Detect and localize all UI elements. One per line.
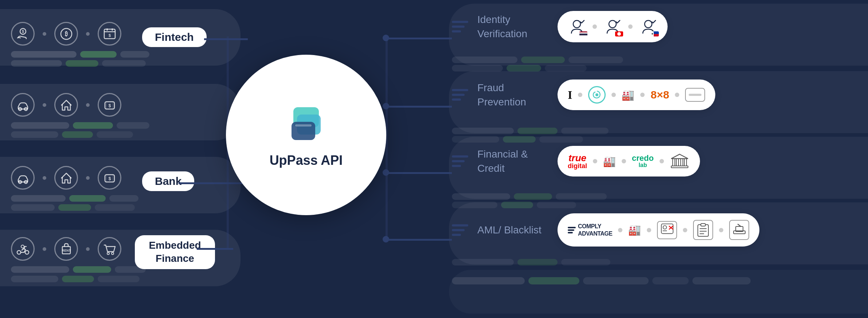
- fraud-label: Fraud Prevention: [477, 81, 550, 109]
- dot-aml-4: [719, 228, 723, 232]
- svg-point-32: [573, 20, 580, 28]
- dot-aml-2: [647, 228, 651, 232]
- uppass-logo: [284, 102, 328, 146]
- insurance-icons: $: [11, 93, 121, 117]
- sub-bar-1a: [11, 51, 77, 58]
- svg-rect-39: [681, 159, 683, 166]
- fraud-menu-icon: [452, 89, 468, 101]
- svg-point-43: [663, 225, 667, 229]
- dot-aml-1: [618, 228, 622, 232]
- dot-aml-3: [683, 228, 687, 232]
- financial-providers: true digital 🏭 credo lab: [558, 146, 700, 177]
- bitcoin-icon: ₿: [54, 22, 78, 46]
- thai-flag-1: [579, 31, 587, 36]
- cart-icon: [98, 237, 121, 261]
- comply-flag-icon: [568, 227, 576, 233]
- svg-point-26: [107, 252, 109, 255]
- r-sub-6: [452, 202, 576, 208]
- r-sub-5: [452, 193, 607, 200]
- svg-point-35: [595, 93, 598, 96]
- provider-card: [685, 88, 705, 102]
- dot-fin-3: [660, 159, 664, 163]
- uppass-api-bubble: UpPass API: [226, 55, 386, 215]
- dot-fr-1: [578, 93, 582, 97]
- center-to-idverify: [386, 38, 452, 39]
- dot-ins-1: [43, 103, 46, 107]
- comply-text: COMPLYADVANTAGE: [578, 223, 612, 237]
- financial-service-row: Financial & Credit true digital 🏭 credo …: [452, 146, 700, 177]
- rent-icon: RENT: [54, 237, 78, 261]
- dot-sep-1: [43, 32, 46, 36]
- provider-8x8: 8×8: [650, 89, 669, 101]
- dot-fr-4: [675, 93, 679, 97]
- provider-id-check: [657, 221, 677, 239]
- bank-connector: [179, 182, 248, 184]
- provider-legal: [729, 220, 749, 240]
- identity-providers: ★: [558, 11, 668, 42]
- provider-jumio: I: [568, 88, 572, 102]
- svg-rect-31: [295, 124, 312, 127]
- fintech-sub-icons: [11, 51, 149, 58]
- dot-fin-2: [622, 159, 626, 163]
- provider-synaps: [588, 86, 606, 104]
- right-band-5: [449, 270, 868, 314]
- car2-icon: [11, 166, 35, 190]
- sub-bar-2a: [11, 60, 62, 67]
- identity-menu-icon: [452, 21, 468, 32]
- ins-sub1: [11, 122, 149, 129]
- r-sub-7: [452, 259, 610, 265]
- scooter-icon: [11, 237, 35, 261]
- dot-fr-3: [640, 93, 645, 97]
- provider-person-thai-2: [603, 18, 622, 36]
- svg-text:RENT: RENT: [62, 249, 71, 252]
- r-sub-4: [452, 136, 583, 143]
- bank-sub2: [11, 204, 135, 211]
- fintech-connector: [204, 38, 248, 40]
- identity-label: Identity Verification: [477, 12, 550, 41]
- money-bag-icon: $: [98, 93, 121, 117]
- embedded-icons: RENT: [11, 237, 121, 261]
- fintech-sub-icons2: [11, 60, 146, 67]
- provider-true-digital: true digital: [568, 153, 587, 169]
- financial-menu-icon: [452, 155, 468, 167]
- provider-comply: COMPLYADVANTAGE: [568, 223, 612, 237]
- bank-sub1: [11, 195, 138, 202]
- svg-text:$: $: [108, 176, 111, 181]
- provider-person-ph: ★: [639, 18, 657, 36]
- dot-bank-1: [43, 176, 46, 180]
- center-to-fraud: [386, 106, 452, 108]
- emb-sub2: [11, 276, 140, 282]
- right-sub-row-5: [452, 277, 751, 284]
- dot-emb-1: [43, 247, 46, 251]
- svg-rect-38: [676, 159, 679, 166]
- dot-sep-2: [86, 32, 90, 36]
- identity-service-row: Identity Verification: [452, 11, 668, 42]
- sub-bar-1c: [120, 51, 149, 58]
- dot-id-2: [628, 24, 633, 29]
- svg-point-23: [21, 245, 24, 248]
- ins-sub2: [11, 131, 133, 138]
- provider-credolab: credo lab: [632, 154, 654, 168]
- provider-person-thai-1: [568, 18, 586, 36]
- provider-building: 🏭: [622, 89, 634, 101]
- sub-bar-2c: [102, 60, 146, 67]
- aml-label: AML/ Blacklist: [477, 223, 550, 237]
- fintech-icons: $ ₿ $: [11, 22, 121, 46]
- svg-marker-36: [671, 154, 688, 159]
- provider-clipboard: [693, 220, 713, 240]
- svg-point-33: [609, 20, 616, 28]
- r-sub-3: [452, 128, 609, 134]
- aml-providers: COMPLYADVANTAGE 🏭: [558, 213, 759, 247]
- bank-icons: $: [11, 166, 121, 190]
- dot-emb-2: [86, 247, 90, 251]
- svg-rect-40: [684, 159, 687, 166]
- dot-bank-2: [86, 176, 90, 180]
- center-to-financial: [386, 172, 452, 174]
- money2-icon: $: [98, 166, 121, 190]
- payment-calendar-icon: $: [98, 22, 121, 46]
- svg-point-21: [17, 251, 21, 254]
- r-sub-1: [452, 57, 623, 63]
- svg-rect-37: [673, 159, 675, 166]
- ph-flag: ★: [651, 31, 659, 36]
- dot-ins-2: [86, 103, 90, 107]
